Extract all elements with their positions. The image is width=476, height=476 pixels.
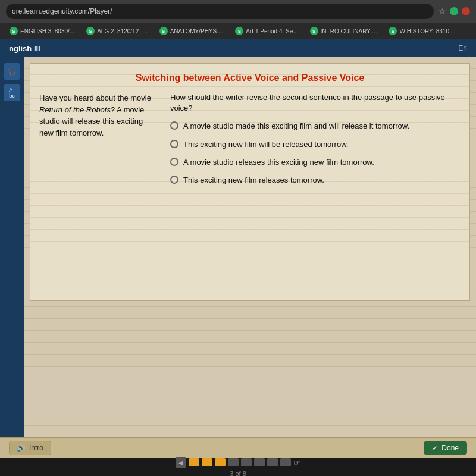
choice-d-text: This exciting new film releases tomorrow… bbox=[183, 175, 324, 186]
dot-3[interactable] bbox=[215, 458, 226, 466]
tab-culinary[interactable]: S INTRO CULINARY:... bbox=[305, 26, 382, 36]
intro-label: Intro bbox=[29, 444, 43, 452]
sidebar: 🎧 Abc bbox=[0, 57, 24, 437]
checkmark-icon: ✓ bbox=[432, 444, 438, 452]
app-header-right: En bbox=[458, 44, 467, 52]
url-text: ore.learn.edgenuity.com/Player/ bbox=[12, 7, 112, 15]
speaker-icon: 🔊 bbox=[17, 444, 26, 452]
tab-english[interactable]: S ENGLISH 3: 8030/... bbox=[5, 26, 79, 36]
star-icon[interactable]: ☆ bbox=[439, 7, 446, 16]
browser-toolbar: ore.learn.edgenuity.com/Player/ ☆ bbox=[0, 0, 476, 23]
dot-4[interactable] bbox=[228, 458, 239, 466]
main-area: 🎧 Abc Switching between Active Voice and… bbox=[0, 57, 476, 437]
bottom-nav: 🔊 Intro ✓ Done bbox=[0, 437, 476, 458]
tab-alg-label: ALG 2: 8120/12 -... bbox=[97, 28, 148, 35]
done-button[interactable]: ✓ Done bbox=[424, 441, 467, 455]
extension-icon[interactable] bbox=[450, 7, 458, 15]
tab-s-icon6: S bbox=[389, 27, 397, 35]
tab-art[interactable]: S Art 1 Period 4: Se... bbox=[230, 26, 302, 36]
tab-culinary-label: INTRO CULINARY:... bbox=[321, 28, 377, 35]
content-panel: Switching between Active Voice and Passi… bbox=[24, 57, 476, 437]
dot-2[interactable] bbox=[202, 458, 212, 466]
passage-text: Have you heard about the movie Return of… bbox=[39, 92, 158, 139]
choice-c-text: A movie studio releases this exciting ne… bbox=[183, 157, 374, 168]
progress-text: 3 of 8 bbox=[230, 470, 246, 476]
dot-5[interactable] bbox=[241, 458, 252, 466]
app-header: nglish III En bbox=[0, 39, 476, 57]
tab-alg[interactable]: S ALG 2: 8120/12 -... bbox=[82, 26, 152, 36]
choices-column: How should the writer revise the second … bbox=[170, 92, 461, 193]
close-icon[interactable] bbox=[462, 7, 470, 15]
browser-chrome: ore.learn.edgenuity.com/Player/ ☆ S ENGL… bbox=[0, 0, 476, 39]
choice-a-text: A movie studio made this exciting film a… bbox=[183, 121, 409, 131]
choice-b-text: This exciting new film will be released … bbox=[183, 139, 348, 150]
dot-6[interactable] bbox=[254, 458, 265, 466]
tab-s-icon2: S bbox=[86, 27, 95, 35]
question-body: Have you heard about the movie Return of… bbox=[39, 92, 461, 193]
tab-art-label: Art 1 Period 4: Se... bbox=[246, 28, 298, 35]
audio-icon[interactable]: 🎧 bbox=[4, 63, 20, 80]
dot-7[interactable] bbox=[267, 458, 278, 466]
question-title: Switching between Active Voice and Passi… bbox=[39, 73, 461, 83]
radio-a[interactable] bbox=[170, 121, 178, 130]
browser-tabs: S ENGLISH 3: 8030/... S ALG 2: 8120/12 -… bbox=[0, 23, 476, 39]
tab-anatomy[interactable]: S ANATOMY/PHYS:... bbox=[155, 26, 228, 36]
passage-column: Have you heard about the movie Return of… bbox=[39, 92, 158, 193]
dot-1[interactable] bbox=[189, 458, 199, 466]
done-label: Done bbox=[441, 444, 459, 452]
radio-c[interactable] bbox=[170, 158, 178, 166]
intro-button[interactable]: 🔊 Intro bbox=[9, 441, 51, 455]
choice-b[interactable]: This exciting new film will be released … bbox=[170, 139, 461, 150]
question-container: Switching between Active Voice and Passi… bbox=[30, 63, 470, 301]
tab-s-icon: S bbox=[10, 27, 18, 35]
progress-area: ◀ ☞ 3 of 8 bbox=[0, 458, 476, 476]
progress-dots: ◀ ☞ bbox=[176, 457, 301, 468]
tab-history-label: W HISTORY: 8310... bbox=[399, 28, 454, 35]
cursor-icon: ☞ bbox=[293, 458, 301, 467]
tab-s-icon3: S bbox=[159, 27, 168, 35]
choice-d[interactable]: This exciting new film releases tomorrow… bbox=[170, 175, 461, 186]
tab-anatomy-label: ANATOMY/PHYS:... bbox=[170, 28, 224, 35]
app-title: nglish III bbox=[9, 44, 40, 53]
abc-icon[interactable]: Abc bbox=[4, 84, 20, 101]
tab-s-icon4: S bbox=[235, 27, 243, 35]
radio-d[interactable] bbox=[170, 176, 178, 184]
tab-history[interactable]: S W HISTORY: 8310... bbox=[384, 26, 459, 36]
browser-icons: ☆ bbox=[439, 7, 470, 16]
tab-english-label: ENGLISH 3: 8030/... bbox=[20, 28, 74, 35]
question-prompt: How should the writer revise the second … bbox=[170, 92, 461, 114]
choice-a[interactable]: A movie studio made this exciting film a… bbox=[170, 121, 461, 131]
prev-arrow[interactable]: ◀ bbox=[176, 457, 186, 468]
radio-b[interactable] bbox=[170, 140, 178, 148]
tab-s-icon5: S bbox=[310, 27, 318, 35]
dot-8[interactable] bbox=[280, 458, 291, 466]
url-bar[interactable]: ore.learn.edgenuity.com/Player/ bbox=[6, 4, 434, 19]
choice-c[interactable]: A movie studio releases this exciting ne… bbox=[170, 157, 461, 168]
